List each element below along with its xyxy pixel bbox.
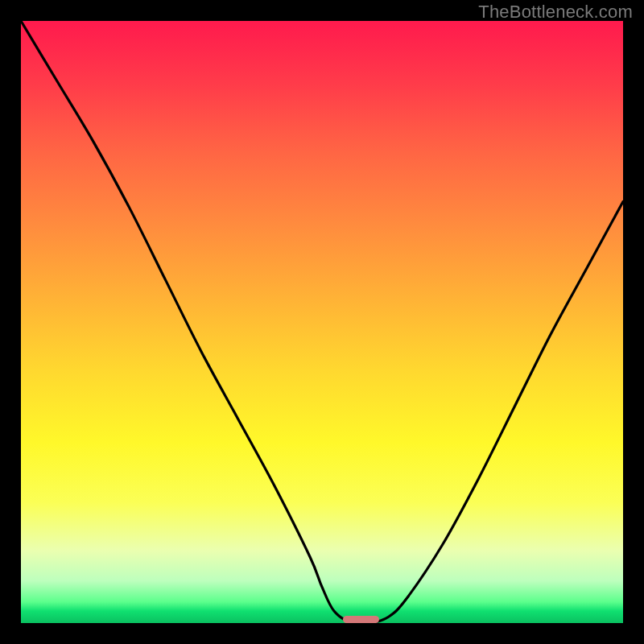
curve-path [21, 21, 623, 623]
plot-area [21, 21, 623, 623]
chart-frame: TheBottleneck.com [0, 0, 644, 644]
minimum-marker [343, 616, 379, 623]
watermark-text: TheBottleneck.com [478, 2, 633, 23]
curve-svg [21, 21, 623, 623]
